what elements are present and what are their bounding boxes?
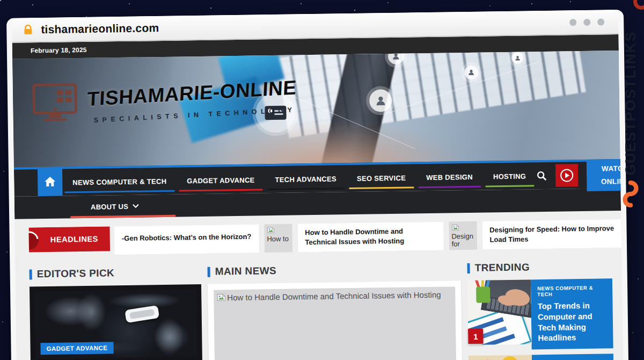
nav-underline: [65, 190, 175, 193]
vr-hand: [155, 318, 184, 356]
section-heading: MAIN NEWS: [207, 262, 460, 278]
lock-icon[interactable]: [23, 24, 33, 35]
category-label[interactable]: NEWS COMPUTER & TECH: [537, 284, 606, 297]
chain-icon: [620, 178, 641, 210]
date-text: February 18, 2025: [31, 46, 87, 54]
heading-text: EDITOR'S PICK: [37, 267, 115, 280]
heading-accent-bar: [467, 263, 470, 273]
nav-item-gadget-advance[interactable]: GADGET ADVANCE: [177, 166, 265, 194]
person-icon: [374, 94, 387, 107]
starfield: [0, 0, 1, 1]
ticker-thumb[interactable]: How to: [264, 224, 292, 253]
nav-underline: [267, 188, 345, 190]
image-alt-text: How to Handle Downtime and Technical Iss…: [227, 290, 441, 303]
nav-item-about-us[interactable]: ABOUT US: [78, 195, 152, 218]
ticker-item[interactable]: Designing for Speed: How to Improve Load…: [482, 219, 621, 249]
search-icon: [536, 170, 547, 181]
nav-label: SEO SERVICE: [357, 174, 406, 182]
video-play-button[interactable]: [555, 164, 579, 187]
window-control-dot[interactable]: [597, 18, 604, 25]
editors-pick-section: EDITOR'S PICK GADGET ADVANCE The Future …: [29, 264, 205, 360]
home-button[interactable]: [38, 167, 63, 197]
section-heading: EDITOR'S PICK: [30, 266, 201, 280]
thumb-alt-text: Design for: [451, 232, 474, 248]
category-badge[interactable]: GADGET ADVANCE: [40, 342, 113, 355]
main-news-card[interactable]: How to Handle Downtime and Technical Iss…: [208, 280, 465, 360]
nav-label: HOSTING: [493, 172, 526, 181]
trending-text-box: NEWS COMPUTER & TECH Top Trends in Compu…: [531, 278, 613, 349]
heading-text: TRENDING: [474, 261, 530, 273]
watermark-text: GUESTPOSTLINKS: [623, 31, 639, 176]
ticker-item[interactable]: How to Handle Downtime and Technical Iss…: [297, 222, 444, 252]
browser-window: tishamarieonline.com February 18, 2025: [6, 10, 631, 360]
trending-item[interactable]: 1 NEWS COMPUTER & TECH Top Trends in Com…: [467, 278, 613, 350]
broken-image-icon: [451, 224, 459, 231]
nav-underline: [349, 186, 414, 189]
nav-label: GADGET ADVANCE: [187, 176, 254, 185]
site-logo[interactable]: TISHAMARIE-ONLINE SPECIALISTS IN TECHNOL…: [32, 80, 297, 122]
heading-accent-bar: [207, 267, 210, 277]
ticker-item[interactable]: -Gen Robotics: What’s on the Horizon?: [114, 224, 259, 254]
rank-badge: 1: [468, 329, 483, 344]
watermark: GUESTPOSTLINKS: [618, 31, 643, 210]
nav-item-tech-advances[interactable]: TECH ADVANCES: [265, 165, 347, 193]
nav-right-cluster: WATCH ONLINE: [536, 161, 625, 189]
hero-banner: TISHAMARIE-ONLINE SPECIALISTS IN TECHNOL…: [12, 51, 620, 168]
nav-item-news-computer-tech[interactable]: NEWS COMPUTER & TECH: [62, 168, 177, 196]
monitor-icon: [32, 83, 78, 122]
broken-image-icon: [267, 227, 274, 233]
window-controls: [569, 18, 612, 26]
ticker-track: -Gen Robotics: What’s on the Horizon? Ho…: [114, 219, 621, 255]
main-news-section: MAIN NEWS How to Handle Downtime and Tec…: [207, 260, 465, 360]
person-icon: [467, 68, 475, 76]
hero-tablet: [480, 51, 620, 168]
megaphone-icon: [28, 228, 42, 253]
window-control-dot[interactable]: [583, 18, 590, 25]
nav-item-web-design[interactable]: WEB DESIGN: [416, 163, 483, 191]
page-content: February 18, 2025: [12, 34, 625, 360]
chain-icon: [633, 0, 644, 10]
heading-text: MAIN NEWS: [215, 265, 276, 278]
nav-underline: [485, 185, 534, 187]
nav-label: TECH ADVANCES: [275, 175, 336, 184]
editors-pick-image: GADGET ADVANCE: [34, 289, 197, 359]
nav-underline: [418, 186, 481, 189]
heading-accent-bar: [30, 269, 32, 279]
headlines-badge: HEADLINES: [28, 226, 110, 252]
play-icon: [560, 169, 573, 182]
nav-label: WEB DESIGN: [426, 172, 473, 181]
nav-label: ABOUT US: [91, 202, 128, 211]
nav-item-hosting[interactable]: HOSTING: [483, 162, 537, 190]
nav-underline: [179, 189, 262, 191]
vr-hand: [77, 293, 106, 332]
url-text[interactable]: tishamarieonline.com: [41, 21, 159, 36]
trending-text-box: NEWS COMPUTER & TECH Empowering: [532, 354, 614, 360]
section-heading: TRENDING: [467, 260, 612, 274]
trending-item[interactable]: NEWS COMPUTER & TECH Empowering: [469, 354, 614, 360]
headlines-ticker: HEADLINES -Gen Robotics: What’s on the H…: [28, 219, 621, 256]
article-title[interactable]: Top Trends in Computer and Tech Making H…: [537, 300, 606, 343]
content-columns: EDITOR'S PICK GADGET ADVANCE The Future …: [29, 258, 616, 360]
nav-item-seo-service[interactable]: SEO SERVICE: [347, 164, 416, 192]
person-icon: [514, 54, 521, 61]
page-body: HEADLINES -Gen Robotics: What’s on the H…: [14, 211, 625, 360]
trending-image: [469, 355, 533, 360]
search-button[interactable]: [536, 170, 547, 181]
editors-pick-card[interactable]: GADGET ADVANCE The Future of Gadgets: Wh…: [30, 284, 203, 360]
home-icon: [44, 176, 56, 187]
nav-label: NEWS COMPUTER & TECH: [72, 177, 166, 186]
image-alt-row: How to Handle Downtime and Technical Iss…: [217, 289, 452, 303]
headlines-label: HEADLINES: [50, 235, 98, 244]
chevron-down-icon: [133, 204, 139, 208]
thumb-alt-text: How to: [267, 235, 289, 243]
broken-image-placeholder: How to Handle Downtime and Technical Iss…: [214, 286, 459, 360]
broken-image-icon: [217, 293, 225, 301]
trending-section: TRENDING 1 NEWS COMPUTER & TECH Top Tren…: [467, 258, 616, 360]
ticker-thumb[interactable]: Design for: [449, 221, 477, 250]
window-control-dot[interactable]: [569, 19, 576, 26]
